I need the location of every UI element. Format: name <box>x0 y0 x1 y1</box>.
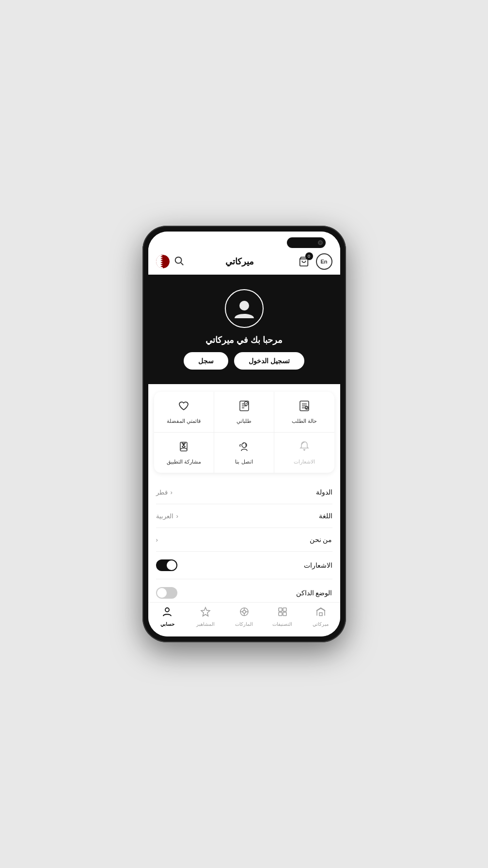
bottom-navigation: ميركاتي التصنيفات <box>148 602 340 636</box>
welcome-message: مرحبا بك في ميركاتي <box>205 335 283 345</box>
cart-badge: 0 <box>305 252 313 260</box>
hero-section: مرحبا بك في ميركاتي تسجيل الدخول سجل <box>148 275 340 384</box>
chevron-left-icon: ‹ <box>176 512 178 520</box>
svg-point-19 <box>183 444 185 445</box>
my-orders-label: طلباتي <box>236 418 252 424</box>
contact-icon <box>238 440 251 456</box>
nav-item-brands[interactable]: الماركات <box>225 606 263 627</box>
notifications-setting: الاشعارات <box>156 552 332 579</box>
language-value: ‹ العربية <box>156 512 178 520</box>
language-text: العربية <box>156 512 173 520</box>
svg-line-2 <box>181 263 183 265</box>
mircati-nav-icon <box>315 606 326 620</box>
svg-marker-33 <box>201 607 210 616</box>
notifications-icon <box>298 440 311 456</box>
chevron-left-icon: ‹ <box>156 536 158 543</box>
country-text: قطر <box>156 489 168 496</box>
register-button[interactable]: سجل <box>184 352 228 370</box>
login-button[interactable]: تسجيل الدخول <box>234 352 304 370</box>
brands-nav-icon <box>239 606 250 620</box>
chevron-left-icon: ‹ <box>171 489 173 496</box>
contact-item[interactable]: اتصل بنا <box>214 433 274 473</box>
share-app-icon <box>177 440 190 456</box>
header-right-controls <box>156 255 184 268</box>
svg-rect-26 <box>283 612 286 616</box>
cart-button[interactable]: 0 <box>296 253 312 270</box>
notifications-item[interactable]: الاشعارات <box>274 433 334 473</box>
favorites-label: قائمتي المفضلة <box>167 418 201 424</box>
page-title: ميركاتي <box>225 256 254 267</box>
share-app-label: مشاركة التطبيق <box>167 459 201 465</box>
celebrities-nav-label: المشاهير <box>196 621 215 627</box>
brands-nav-label: الماركات <box>235 621 253 627</box>
account-nav-icon <box>162 606 173 620</box>
my-orders-item[interactable]: طلباتي <box>214 392 274 432</box>
about-label: من نحن <box>310 536 332 543</box>
mircati-nav-label: ميركاتي <box>313 621 329 627</box>
country-flag <box>156 255 170 268</box>
svg-rect-23 <box>279 608 282 611</box>
dark-mode-label: الوضع الداكن <box>296 589 332 597</box>
notifications-setting-label: الاشعارات <box>304 561 332 569</box>
account-nav-label: حسابي <box>160 621 174 627</box>
language-button[interactable]: En <box>316 253 332 270</box>
header-left-controls: En 0 <box>296 253 332 270</box>
menu-card: حالة الطلب <box>154 392 334 473</box>
favorites-item[interactable]: قائمتي المفضلة <box>154 392 214 432</box>
svg-point-14 <box>244 402 248 405</box>
my-orders-icon <box>238 400 251 415</box>
language-label: اللغة <box>319 512 332 520</box>
main-content: مرحبا بك في ميركاتي تسجيل الدخول سجل <box>148 275 340 636</box>
contact-label: اتصل بنا <box>235 459 252 465</box>
nav-item-mircati[interactable]: ميركاتي <box>301 606 340 627</box>
phone-screen: En 0 ميركاتي <box>148 232 340 636</box>
menu-row-1: حالة الطلب <box>154 392 334 433</box>
notifications-toggle[interactable] <box>156 559 177 571</box>
svg-point-34 <box>165 608 169 612</box>
camera-notch <box>287 237 326 248</box>
phone-frame: En 0 ميركاتي <box>142 226 346 642</box>
categories-nav-icon <box>277 606 288 620</box>
search-button[interactable] <box>173 255 184 268</box>
country-setting[interactable]: الدولة ‹ قطر <box>156 480 332 504</box>
svg-point-1 <box>175 257 181 263</box>
camera-dot <box>318 240 323 245</box>
celebrities-nav-icon <box>200 606 211 620</box>
about-setting[interactable]: من نحن ‹ <box>156 528 332 552</box>
notifications-label: الاشعارات <box>294 459 315 465</box>
about-value: ‹ <box>156 536 158 543</box>
favorites-icon <box>177 400 190 415</box>
settings-list: الدولة ‹ قطر اللغة ‹ العربية من <box>148 480 340 607</box>
categories-nav-label: التصنيفات <box>272 621 292 627</box>
svg-point-28 <box>243 610 246 613</box>
svg-point-18 <box>183 446 185 448</box>
svg-point-4 <box>239 301 249 310</box>
menu-row-2: الاشعارات اتصل <box>154 433 334 473</box>
hero-action-buttons: تسجيل الدخول سجل <box>184 352 304 370</box>
toggle-knob <box>167 560 176 570</box>
svg-rect-24 <box>283 608 286 611</box>
dark-mode-toggle[interactable] <box>156 587 177 599</box>
svg-rect-22 <box>319 613 322 616</box>
svg-rect-25 <box>279 612 282 616</box>
order-status-item[interactable]: حالة الطلب <box>274 392 334 432</box>
country-value: ‹ قطر <box>156 489 173 496</box>
nav-item-account[interactable]: حسابي <box>148 606 187 627</box>
share-app-item[interactable]: مشاركة التطبيق <box>154 433 214 473</box>
order-status-label: حالة الطلب <box>292 418 317 424</box>
order-status-icon <box>298 400 311 415</box>
avatar <box>225 289 264 328</box>
nav-item-celebrities[interactable]: المشاهير <box>187 606 225 627</box>
language-setting[interactable]: اللغة ‹ العربية <box>156 504 332 528</box>
country-label: الدولة <box>316 488 332 496</box>
nav-item-categories[interactable]: التصنيفات <box>263 606 301 627</box>
toggle-knob <box>157 588 167 598</box>
